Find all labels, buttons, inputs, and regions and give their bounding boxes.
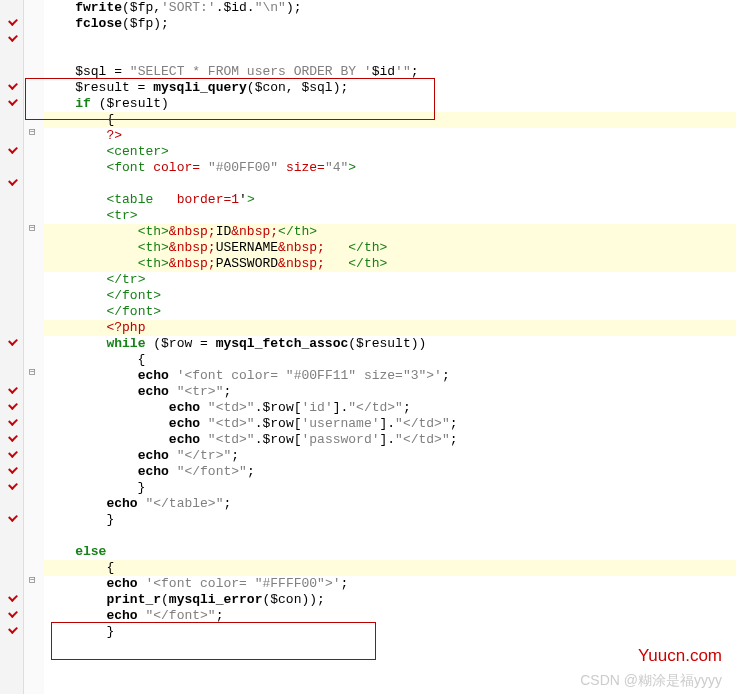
- code-line: echo "<td>".$row['username']."</td>";: [44, 416, 736, 432]
- breakpoint-marker[interactable]: [0, 396, 24, 412]
- code-line: <?php: [44, 320, 736, 336]
- code-line: echo "<td>".$row['password']."</td>";: [44, 432, 736, 448]
- code-line: [44, 640, 736, 656]
- code-line: }: [44, 480, 736, 496]
- breakpoint-marker[interactable]: [0, 380, 24, 396]
- code-line: fclose($fp);: [44, 16, 736, 32]
- code-line: echo "</table>";: [44, 496, 736, 512]
- breakpoint-marker[interactable]: [0, 172, 24, 188]
- code-line: print_r(mysqli_error($con));: [44, 592, 736, 608]
- code-line: [44, 48, 736, 64]
- code-line: ?>: [44, 128, 736, 144]
- fold-icon[interactable]: [26, 220, 42, 236]
- breakpoint-marker[interactable]: [0, 332, 24, 348]
- code-line: </tr>: [44, 272, 736, 288]
- code-line: </font>: [44, 304, 736, 320]
- code-line: </font>: [44, 288, 736, 304]
- code-line: {: [44, 560, 736, 576]
- breakpoint-marker[interactable]: [0, 460, 24, 476]
- code-line: echo '<font color= "#00FF11" size="3">';: [44, 368, 736, 384]
- code-line: <table border=1'>: [44, 192, 736, 208]
- gutter-fold: [24, 0, 44, 694]
- code-line: echo "</font>";: [44, 608, 736, 624]
- code-line: echo '<font color= "#FFFF00">';: [44, 576, 736, 592]
- breakpoint-marker[interactable]: [0, 444, 24, 460]
- code-line: {: [44, 352, 736, 368]
- fold-icon[interactable]: [26, 572, 42, 588]
- breakpoint-marker[interactable]: [0, 428, 24, 444]
- code-line: echo "</font>";: [44, 464, 736, 480]
- code-line: {: [44, 112, 736, 128]
- code-line: [44, 528, 736, 544]
- breakpoint-marker[interactable]: [0, 28, 24, 44]
- code-line: <center>: [44, 144, 736, 160]
- breakpoint-marker[interactable]: [0, 476, 24, 492]
- fold-icon[interactable]: [26, 364, 42, 380]
- code-line: $result = mysqli_query($con, $sql);: [44, 80, 736, 96]
- breakpoint-marker[interactable]: [0, 76, 24, 92]
- watermark-csdn: CSDN @糊涂是福yyyy: [580, 672, 722, 688]
- breakpoint-marker[interactable]: [0, 412, 24, 428]
- code-line: <th>&nbsp;ID&nbsp;</th>: [44, 224, 736, 240]
- fold-icon[interactable]: [26, 124, 42, 140]
- code-line: [44, 176, 736, 192]
- watermark-site: Yuucn.com: [638, 648, 722, 664]
- code-area: fwrite($fp,'SORT:'.$id."\n"); fclose($fp…: [44, 0, 736, 656]
- code-line: while ($row = mysql_fetch_assoc($result)…: [44, 336, 736, 352]
- breakpoint-marker[interactable]: [0, 588, 24, 604]
- code-line: <font color= "#00FF00" size="4">: [44, 160, 736, 176]
- breakpoint-marker[interactable]: [0, 140, 24, 156]
- breakpoint-marker[interactable]: [0, 12, 24, 28]
- breakpoint-marker[interactable]: [0, 604, 24, 620]
- code-line: else: [44, 544, 736, 560]
- code-line: <th>&nbsp;USERNAME&nbsp; </th>: [44, 240, 736, 256]
- code-line: $sql = "SELECT * FROM users ORDER BY '$i…: [44, 64, 736, 80]
- code-line: <tr>: [44, 208, 736, 224]
- breakpoint-marker[interactable]: [0, 92, 24, 108]
- code-line: fwrite($fp,'SORT:'.$id."\n");: [44, 0, 736, 16]
- breakpoint-marker[interactable]: [0, 508, 24, 524]
- code-line: }: [44, 512, 736, 528]
- breakpoint-marker[interactable]: [0, 620, 24, 636]
- code-line: if ($result): [44, 96, 736, 112]
- code-line: echo "</tr>";: [44, 448, 736, 464]
- code-line: [44, 32, 736, 48]
- code-line: echo "<tr>";: [44, 384, 736, 400]
- code-line: }: [44, 624, 736, 640]
- code-line: <th>&nbsp;PASSWORD&nbsp; </th>: [44, 256, 736, 272]
- code-line: echo "<td>".$row['id']."</td>";: [44, 400, 736, 416]
